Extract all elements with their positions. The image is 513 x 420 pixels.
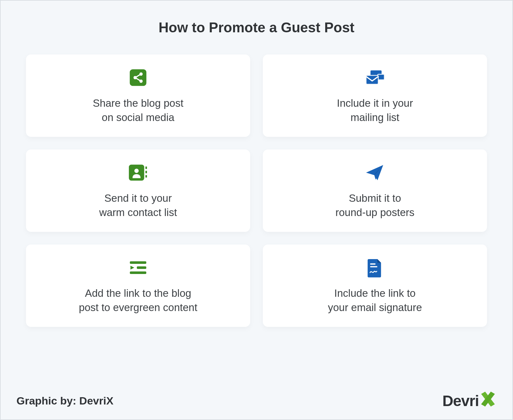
signature-doc-icon <box>364 257 386 279</box>
svg-rect-16 <box>137 266 146 269</box>
card-grid: Share the blog post on social media Incl… <box>26 54 487 327</box>
devrix-logo: Devri <box>442 391 497 411</box>
infographic-frame: How to Promote a Guest Post Share the bl… <box>0 0 513 420</box>
contacts-icon <box>127 162 149 184</box>
svg-rect-19 <box>370 264 376 265</box>
card-email-signature: Include the link to your email signature <box>263 245 487 327</box>
logo-text: Devri <box>442 392 479 410</box>
card-label: Include it in your mailing list <box>337 96 413 124</box>
card-label: Add the link to the blog post to evergre… <box>79 286 197 315</box>
graphic-title: How to Promote a Guest Post <box>26 20 487 35</box>
share-icon <box>127 67 149 89</box>
svg-point-11 <box>134 169 139 173</box>
card-roundup-posters: Submit it to round-up posters <box>263 150 487 232</box>
card-label: Submit it to round-up posters <box>335 191 414 220</box>
svg-rect-15 <box>130 261 146 264</box>
svg-rect-13 <box>145 171 147 174</box>
card-warm-contacts: Send it to your warm contact list <box>26 150 250 232</box>
paper-plane-icon <box>364 162 386 184</box>
svg-rect-17 <box>130 271 146 274</box>
card-evergreen-content: Add the link to the blog post to evergre… <box>26 245 250 327</box>
svg-rect-8 <box>366 75 378 84</box>
logo-accent <box>479 391 497 411</box>
footer: Graphic by: DevriX Devri <box>1 391 512 411</box>
card-mailing-list: Include it in your mailing list <box>263 54 487 137</box>
svg-rect-14 <box>145 175 147 178</box>
svg-marker-18 <box>130 266 134 270</box>
svg-rect-0 <box>130 69 147 86</box>
card-label: Send it to your warm contact list <box>99 191 177 220</box>
svg-rect-12 <box>145 167 147 169</box>
indent-list-icon <box>127 257 149 279</box>
svg-rect-7 <box>378 74 384 80</box>
card-label: Share the blog post on social media <box>93 96 183 124</box>
card-label: Include the link to your email signature <box>328 286 422 315</box>
mail-stack-icon <box>364 67 386 89</box>
svg-rect-20 <box>370 266 377 268</box>
credit-text: Graphic by: DevriX <box>16 395 113 407</box>
card-share-social: Share the blog post on social media <box>26 54 250 137</box>
